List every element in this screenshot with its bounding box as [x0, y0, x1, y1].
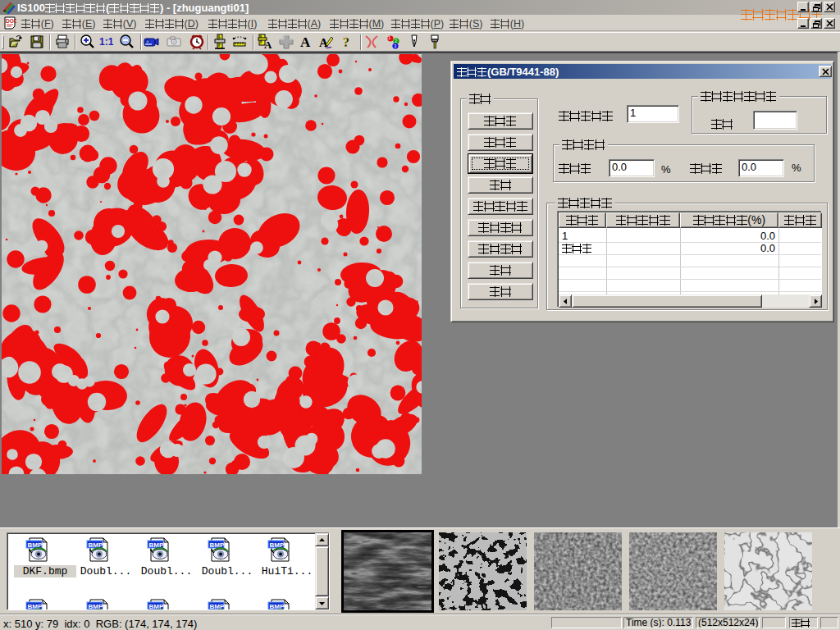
svg-text:BMP: BMP — [89, 603, 103, 610]
svg-text:BMP: BMP — [210, 541, 225, 549]
svg-text:BMP: BMP — [89, 541, 103, 549]
svg-text:BMP: BMP — [270, 541, 285, 549]
svg-text:BMP: BMP — [149, 603, 164, 610]
svg-text:A: A — [300, 34, 311, 50]
svg-text:A: A — [264, 39, 272, 50]
svg-text:?: ? — [343, 35, 349, 49]
svg-text:DOC: DOC — [6, 18, 16, 24]
svg-text:BMP: BMP — [270, 603, 285, 610]
svg-text:BMP: BMP — [149, 541, 164, 549]
svg-text:BMP: BMP — [28, 603, 43, 610]
svg-text:1:1: 1:1 — [99, 36, 114, 48]
svg-text:BMP: BMP — [28, 541, 43, 549]
svg-text:A: A — [319, 36, 328, 49]
svg-text:BMP: BMP — [210, 603, 225, 610]
